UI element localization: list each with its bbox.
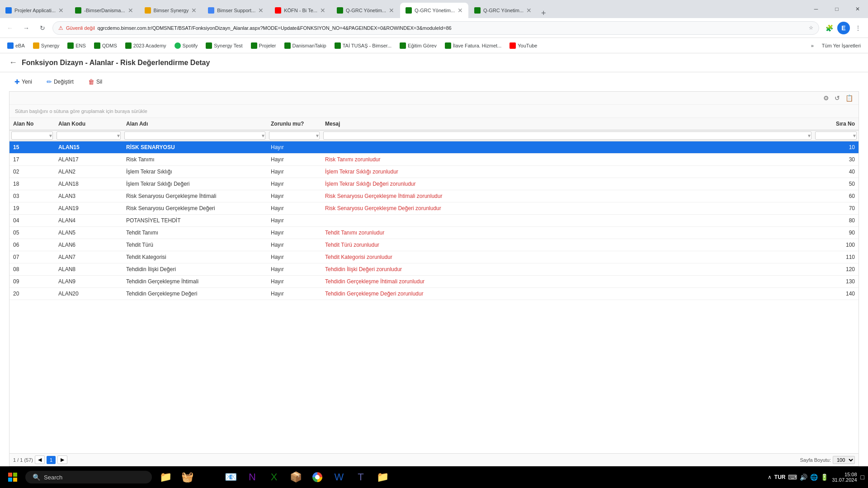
table-row[interactable]: 09 ALAN9 Tehdidin Gerçekleşme İhtimali H…: [9, 276, 859, 288]
tab-6[interactable]: Q-GRC Yönetim... ✕: [331, 3, 400, 18]
tab-7[interactable]: Q-GRC Yönetim... ✕: [400, 3, 468, 18]
table-row[interactable]: 03 ALAN3 Risk Senaryosu Gerçekleşme İhti…: [9, 190, 859, 202]
taskbar-app-chrome[interactable]: [307, 467, 327, 487]
filter-alan-kodu[interactable]: ▼: [55, 130, 123, 141]
page-back-button[interactable]: ←: [9, 58, 17, 67]
taskbar-app-photo[interactable]: 🖼: [199, 467, 219, 487]
filter-mesaj-input[interactable]: [323, 131, 811, 140]
taskbar-time[interactable]: 15:08 31.07.2024: [832, 472, 857, 483]
taskbar-app-folder[interactable]: 📁: [373, 467, 392, 487]
bookmark-projeler[interactable]: Projeler: [247, 41, 280, 50]
filter-zorunlu-input[interactable]: [269, 131, 320, 140]
bookmark-ilave[interactable]: İlave Fatura. Hizmet...: [441, 41, 505, 50]
tab-8-close[interactable]: ✕: [526, 7, 532, 14]
edit-button[interactable]: ✏ Değiştirt: [41, 76, 79, 88]
taskbar-app-basket[interactable]: 🧺: [177, 467, 197, 487]
bookmark-academy[interactable]: 2023 Academy: [122, 41, 170, 50]
filter-alan-adi[interactable]: ▼: [123, 130, 267, 141]
filter-mesaj[interactable]: ▼: [321, 130, 813, 141]
table-row[interactable]: 06 ALAN6 Tehdit Türü Hayır Tehdit Türü z…: [9, 239, 859, 251]
profile-button[interactable]: E: [837, 22, 850, 34]
maximize-button[interactable]: □: [826, 0, 847, 18]
taskbar-app-teams[interactable]: T: [351, 467, 371, 487]
tab-5-close[interactable]: ✕: [320, 7, 326, 14]
tab-5[interactable]: KÖFN - Bi Te... ✕: [269, 3, 331, 18]
address-bar[interactable]: ⚠ Güvenli değil qgrcdemo.bimser.com.tr/Q…: [52, 21, 819, 35]
chevron-up-icon[interactable]: ∧: [768, 474, 772, 480]
taskbar-app-security[interactable]: 🛡: [394, 467, 414, 487]
extensions-button[interactable]: 🧩: [823, 22, 835, 34]
bookmark-spotify[interactable]: Spotify: [171, 41, 202, 50]
bookmark-youtube[interactable]: YouTube: [506, 41, 541, 50]
network-icon[interactable]: 🌐: [810, 474, 818, 481]
table-row[interactable]: 02 ALAN2 İşlem Tekrar Sıklığı Hayır İşle…: [9, 166, 859, 178]
grid-export-button[interactable]: 📋: [844, 94, 855, 103]
tab-3-close[interactable]: ✕: [191, 7, 197, 14]
filter-alan-no-input[interactable]: [11, 131, 53, 140]
tab-1[interactable]: Projeler Applicati... ✕: [0, 3, 69, 18]
grid-table-wrap[interactable]: Alan No Alan Kodu Alan Adı Zorunlu mu? M…: [9, 118, 859, 453]
forward-button[interactable]: →: [20, 22, 33, 34]
back-button[interactable]: ←: [4, 22, 16, 34]
taskbar-app-explorer[interactable]: 📁: [156, 467, 175, 487]
tab-1-close[interactable]: ✕: [58, 7, 64, 14]
minimize-button[interactable]: ─: [806, 0, 826, 18]
filter-alan-kodu-input[interactable]: [57, 131, 121, 140]
bookmark-synergy-test[interactable]: Synergy Test: [202, 41, 246, 50]
table-row[interactable]: 15 ALAN15 RİSK SENARYOSU Hayır 10: [9, 141, 859, 154]
taskbar-search[interactable]: 🔍 Search: [25, 471, 152, 483]
table-row[interactable]: 17 ALAN17 Risk Tanımı Hayır Risk Tanımı …: [9, 154, 859, 166]
grid-settings-button[interactable]: ⚙: [821, 94, 831, 103]
filter-sira-no-input[interactable]: [815, 131, 857, 140]
bookmark-egitim[interactable]: Eğitim Görev: [396, 41, 440, 50]
table-row[interactable]: 18 ALAN18 İşlem Tekrar Sıklığı Değeri Ha…: [9, 178, 859, 190]
tab-7-close[interactable]: ✕: [458, 7, 463, 14]
taskbar-app-mail[interactable]: 📧: [221, 467, 241, 487]
bookmark-more[interactable]: »: [807, 42, 817, 50]
bookmark-tai[interactable]: TAİ TUSAŞ - Bimser...: [331, 41, 395, 50]
tab-8[interactable]: Q-GRC Yönetim... ✕: [469, 3, 537, 18]
close-button[interactable]: ✕: [847, 0, 868, 18]
bookmark-qdms[interactable]: QDMS: [90, 41, 121, 50]
taskbar-app-word[interactable]: W: [329, 467, 349, 487]
filter-zorunlu[interactable]: ▼: [267, 130, 321, 141]
bookmark-eba[interactable]: eBA: [4, 41, 28, 50]
delete-button[interactable]: 🗑 Sil: [83, 76, 108, 88]
filter-alan-no[interactable]: ▼: [9, 130, 55, 141]
table-row[interactable]: 20 ALAN20 Tehdidin Gerçekleşme Değeri Ha…: [9, 288, 859, 300]
start-button[interactable]: [4, 468, 22, 486]
new-tab-button[interactable]: +: [538, 9, 550, 18]
bookmark-danismantakip[interactable]: DanismanTakip: [281, 41, 330, 50]
table-row[interactable]: 07 ALAN7 Tehdit Kategorisi Hayır Tehdit …: [9, 251, 859, 263]
tab-2-close[interactable]: ✕: [128, 7, 133, 14]
taskbar-app-onenote[interactable]: N: [242, 467, 262, 487]
tab-6-close[interactable]: ✕: [389, 7, 394, 14]
bookmark-synergy[interactable]: Synergy: [29, 41, 63, 50]
tab-4-close[interactable]: ✕: [258, 7, 264, 14]
tab-4[interactable]: Bimser Support... ✕: [203, 3, 269, 18]
tab-3[interactable]: Bimser Synergy ✕: [139, 3, 203, 18]
taskbar-app-excel[interactable]: X: [264, 467, 284, 487]
bookmark-star-icon[interactable]: ☆: [809, 25, 813, 31]
page-size-select[interactable]: 100 50 25: [833, 456, 855, 464]
taskbar-app-unknown[interactable]: 📦: [286, 467, 306, 487]
filter-alan-adi-input[interactable]: [124, 131, 265, 140]
bookmark-all[interactable]: Tüm Yer İşaretleri: [818, 42, 864, 50]
reload-button[interactable]: ↻: [36, 22, 49, 34]
volume-icon[interactable]: 🔊: [800, 474, 807, 481]
menu-button[interactable]: ⋮: [852, 22, 864, 34]
tab-2[interactable]: -BimserDanisma... ✕: [70, 3, 138, 18]
table-row[interactable]: 19 ALAN19 Risk Senaryosu Gerçekleşme Değ…: [9, 202, 859, 215]
table-row[interactable]: 05 ALAN5 Tehdit Tanımı Hayır Tehdit Tanı…: [9, 227, 859, 239]
bookmark-ens[interactable]: ENS: [64, 41, 90, 50]
next-page-button[interactable]: ▶: [57, 455, 67, 464]
table-row[interactable]: 08 ALAN8 Tehdidin İlişki Değeri Hayır Te…: [9, 263, 859, 276]
new-button[interactable]: ✚ Yeni: [9, 76, 38, 88]
notification-area[interactable]: □: [861, 474, 864, 481]
table-row[interactable]: 04 ALAN4 POTANSİYEL TEHDİT Hayır 80: [9, 215, 859, 227]
prev-page-button[interactable]: ◀: [35, 455, 45, 464]
page-1-button[interactable]: 1: [47, 456, 56, 464]
grid-refresh-button[interactable]: ↺: [833, 94, 842, 103]
tab-7-favicon: [406, 7, 412, 14]
filter-sira-no[interactable]: ▼: [813, 130, 859, 141]
